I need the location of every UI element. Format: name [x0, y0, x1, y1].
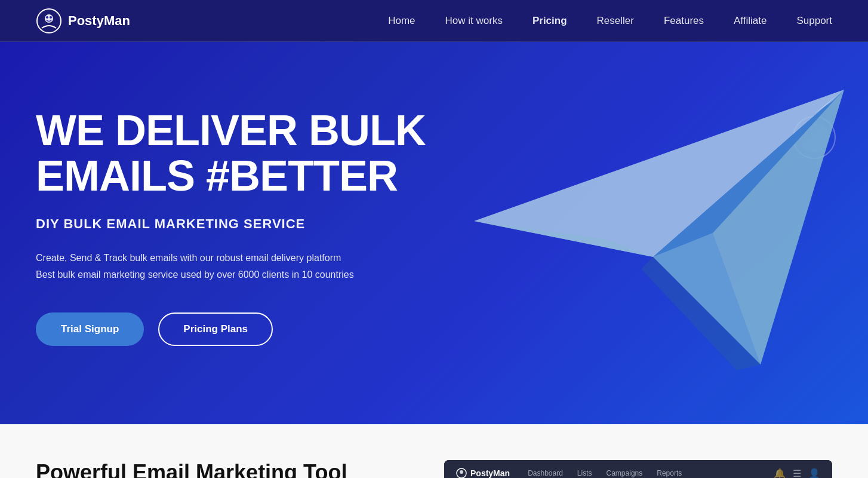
nav-support[interactable]: Support [796, 15, 832, 26]
screenshot-nav: Dashboard Lists Campaigns Reports [528, 469, 682, 477]
svg-point-3 [50, 16, 52, 19]
logo-text: PostyMan [68, 13, 130, 29]
navigation: PostyMan Home How it works Pricing Resel… [0, 0, 868, 42]
menu-icon: ☰ [793, 468, 801, 479]
hero-buttons: Trial Signup Pricing Plans [36, 312, 442, 346]
logo-icon [36, 8, 62, 34]
screenshot-logo-text: PostyMan [456, 468, 510, 478]
hero-title: WE DELIVER BULK EMAILS #BETTER [36, 108, 442, 198]
bottom-text: Powerful Email Marketing Tool [36, 460, 408, 478]
app-screenshot: PostyMan Dashboard Lists Campaigns Repor… [444, 460, 832, 478]
nav-home[interactable]: Home [388, 15, 415, 26]
screenshot-navbar: PostyMan Dashboard Lists Campaigns Repor… [444, 460, 832, 478]
screenshot-icons: 🔔 ☰ 👤 [774, 468, 820, 479]
hero-desc-line1: Create, Send & Track bulk emails with ou… [36, 250, 442, 266]
bottom-section: Powerful Email Marketing Tool PostyMan D… [0, 424, 868, 478]
screenshot-nav-campaigns: Campaigns [607, 469, 643, 477]
hero-section: WE DELIVER BULK EMAILS #BETTER DIY BULK … [0, 42, 868, 424]
screenshot-nav-reports: Reports [657, 469, 682, 477]
nav-pricing[interactable]: Pricing [533, 15, 567, 26]
nav-features[interactable]: Features [664, 15, 704, 26]
hero-desc-line2: Best bulk email marketing service used b… [36, 266, 442, 283]
user-icon: 👤 [808, 468, 820, 479]
nav-links: Home How it works Pricing Reseller Featu… [388, 15, 832, 27]
logo-link[interactable]: PostyMan [36, 8, 130, 34]
svg-point-2 [46, 16, 48, 19]
pricing-plans-button[interactable]: Pricing Plans [158, 312, 273, 346]
bell-icon: 🔔 [774, 468, 786, 479]
hero-subtitle: DIY BULK EMAIL MARKETING SERVICE [36, 216, 442, 232]
powerful-tool-title: Powerful Email Marketing Tool [36, 460, 408, 478]
nav-how-it-works[interactable]: How it works [445, 15, 503, 26]
screenshot-logo-icon [456, 468, 467, 478]
hero-illustration [426, 66, 844, 400]
trial-signup-button[interactable]: Trial Signup [36, 312, 144, 346]
screenshot-nav-lists: Lists [577, 469, 592, 477]
hero-description: Create, Send & Track bulk emails with ou… [36, 250, 442, 282]
screenshot-nav-dashboard: Dashboard [528, 469, 563, 477]
nav-reseller[interactable]: Reseller [597, 15, 634, 26]
svg-point-14 [460, 470, 463, 474]
paper-plane-svg [426, 66, 844, 400]
nav-affiliate[interactable]: Affiliate [734, 15, 767, 26]
hero-content: WE DELIVER BULK EMAILS #BETTER DIY BULK … [36, 108, 442, 346]
